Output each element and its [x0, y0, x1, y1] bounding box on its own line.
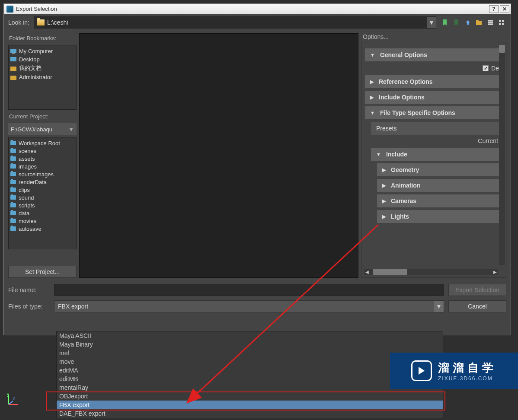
filename-input[interactable] [54, 284, 444, 296]
filetype-option[interactable]: editMA [57, 366, 443, 375]
file-type-options-header[interactable]: ▼ File Type Specific Options [365, 106, 499, 119]
set-project-button[interactable]: Set Project... [8, 266, 77, 278]
workspace-item[interactable]: sourceimages [10, 170, 74, 178]
workspace-item[interactable]: scripts [10, 201, 74, 209]
workspace-item[interactable]: clips [10, 186, 74, 194]
chevron-down-icon: ▼ [68, 126, 74, 133]
svg-rect-9 [10, 49, 16, 53]
filetype-value: FBX export [58, 303, 88, 310]
up-folder-icon[interactable] [463, 18, 473, 27]
triangle-right-icon: ▶ [382, 214, 386, 220]
bookmark-item[interactable]: Administrator [10, 73, 74, 81]
workspace-item[interactable]: Workspace Root [10, 139, 74, 147]
filetype-combobox[interactable]: FBX export ▼ [54, 300, 444, 312]
workspace-item[interactable]: images [10, 162, 74, 170]
folder-icon [10, 66, 16, 71]
cameras-header[interactable]: ▶ Cameras [377, 194, 499, 207]
workspace-item[interactable]: sound [10, 194, 74, 201]
bookmark-add-icon[interactable] [441, 18, 450, 27]
new-folder-icon[interactable] [474, 18, 484, 27]
folder-icon [10, 156, 16, 161]
bookmark-item[interactable]: My Computer [10, 47, 74, 55]
folder-icon [37, 19, 45, 25]
animation-header[interactable]: ▶ Animation [377, 179, 499, 192]
options-label: Options... [361, 33, 506, 42]
export-dialog: Export Selection ? ✕ Look in: L:\ceshi ▼… [3, 3, 511, 335]
filetype-option[interactable]: OBJexport [57, 392, 443, 401]
project-path: F:/GCWJ/labaqu [11, 126, 52, 133]
de-checkbox-row[interactable]: ✓ De [378, 61, 499, 73]
close-button[interactable]: ✕ [500, 5, 509, 13]
svg-rect-0 [476, 21, 482, 25]
project-dropdown[interactable]: F:/GCWJ/labaqu ▼ [8, 123, 77, 135]
filetype-option[interactable]: Maya ASCII [57, 331, 443, 340]
scroll-left-icon[interactable]: ◀ [364, 269, 370, 275]
svg-text:y: y [7, 392, 9, 397]
play-icon [411, 360, 432, 381]
lookin-path: L:\ceshi [47, 19, 68, 26]
watermark-en: ZIXUE.3D66.COM [438, 375, 497, 382]
folder-icon [10, 180, 16, 184]
bookmarks-label: Folder Bookmarks: [8, 33, 77, 43]
lookin-dropdown-button[interactable]: ▼ [427, 17, 436, 28]
window-title: Export Selection [16, 6, 57, 12]
workspace-item[interactable]: data [10, 209, 74, 217]
bookmark-remove-icon[interactable] [452, 18, 461, 27]
filetype-dropdown-list: Maya ASCII Maya Binary mel move editMA e… [56, 331, 443, 418]
filetype-option-selected[interactable]: FBX export [57, 401, 443, 409]
filetype-option[interactable]: mentalRay [57, 383, 443, 392]
filetype-option[interactable]: editMB [57, 375, 443, 383]
thumbnail-view-icon[interactable] [497, 18, 506, 27]
filetype-option[interactable]: DAE_FBX export [57, 409, 443, 418]
scrollbar-thumb[interactable] [499, 45, 505, 53]
bookmarks-panel: My Computer Desktop 我的文档 Administrator [8, 45, 77, 110]
scroll-right-icon[interactable]: ▶ [492, 269, 498, 275]
checkbox-checked-icon[interactable]: ✓ [483, 65, 489, 71]
svg-rect-5 [499, 20, 501, 22]
current-preset-label: Current [365, 135, 499, 145]
reference-options-header[interactable]: ▶ Reference Options [365, 75, 499, 88]
lookin-field[interactable]: L:\ceshi ▼ [34, 16, 436, 29]
folder-icon [10, 211, 16, 215]
chevron-down-icon[interactable]: ▼ [434, 301, 444, 312]
workspace-item[interactable]: autosave [10, 225, 74, 232]
filetype-label: Files of type: [8, 303, 50, 310]
geometry-header[interactable]: ▶ Geometry [377, 163, 499, 176]
folder-icon [10, 195, 16, 200]
bookmark-item[interactable]: 我的文档 [10, 64, 74, 73]
filename-label: File name: [8, 286, 50, 293]
folder-icon [10, 164, 16, 169]
triangle-right-icon: ▶ [382, 198, 386, 204]
filetype-option[interactable]: Maya Binary [57, 340, 443, 349]
list-view-icon[interactable] [486, 18, 495, 27]
lights-header[interactable]: ▶ Lights [377, 210, 499, 223]
help-button[interactable]: ? [489, 5, 499, 13]
include-options-header[interactable]: ▶ Include Options [365, 91, 499, 104]
file-browser[interactable] [79, 33, 358, 278]
workspace-item[interactable]: renderData [10, 178, 74, 186]
axis-gizmo: y z [6, 392, 21, 407]
filetype-option[interactable]: mel [57, 349, 443, 357]
triangle-right-icon: ▶ [370, 95, 374, 100]
workspace-item[interactable]: movies [10, 217, 74, 225]
include-sub-header[interactable]: ▼ Include [371, 148, 499, 161]
vertical-scrollbar[interactable] [499, 45, 505, 265]
filetype-option[interactable]: move [57, 357, 443, 366]
cancel-button[interactable]: Cancel [448, 300, 506, 312]
watermark-zh: 溜溜自学 [438, 360, 497, 375]
folder-icon [10, 226, 16, 231]
maya-icon [6, 6, 13, 13]
workspace-item[interactable]: assets [10, 155, 74, 162]
folder-icon [10, 141, 16, 145]
presets-header[interactable]: Presets [371, 122, 499, 135]
bookmark-item[interactable]: Desktop [10, 55, 74, 64]
scrollbar-thumb[interactable] [373, 269, 407, 275]
horizontal-scrollbar[interactable]: ◀ ▶ [364, 269, 498, 275]
svg-rect-6 [502, 20, 504, 22]
triangle-down-icon: ▼ [370, 110, 375, 115]
workspace-item[interactable]: scenes [10, 147, 74, 155]
export-selection-button[interactable]: Export Selection [448, 284, 506, 296]
general-options-header[interactable]: ▼ General Options [365, 48, 499, 61]
watermark: 溜溜自学 ZIXUE.3D66.COM [390, 353, 518, 389]
project-label: Current Project: [8, 111, 77, 121]
